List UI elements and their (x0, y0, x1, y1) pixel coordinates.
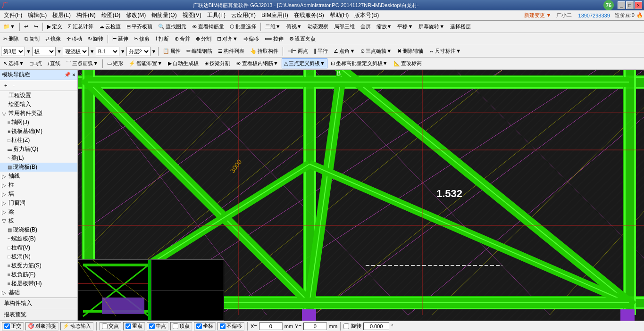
tree-drawing-input[interactable]: 绘图输入 (0, 100, 77, 109)
center-checkbox[interactable] (149, 323, 155, 329)
tb-move-btn[interactable]: ✛ 移动 (64, 34, 84, 44)
tb-edit-rebar-btn[interactable]: ✏ 编辑钢筋 (184, 46, 215, 56)
tree-gridline[interactable]: ▷ 轴线 (0, 172, 77, 181)
tree-foundation[interactable]: ■ 筏板基础(M) (0, 127, 77, 136)
canvas-area[interactable]: 3000 1.532 .690 .690 B A 1 1 2 (78, 70, 644, 321)
tree-shearwall[interactable]: ▬ 剪力墙(Q) (0, 145, 77, 154)
menu-version[interactable]: 版本号(B) (351, 10, 382, 20)
status-dynamic[interactable]: ⚡ 动态输入 (60, 322, 93, 331)
type-select[interactable]: 板 (32, 47, 56, 56)
sidebar-pin-icon[interactable]: 📌 (64, 72, 71, 78)
tb-file-btn[interactable]: 📁▼ (1, 22, 17, 31)
tb-select-btn[interactable]: ↖ 选择▼ (1, 58, 26, 68)
tree-board-gap[interactable]: □ 板洞(N) (0, 252, 77, 261)
tb-props-btn[interactable]: 📋 属性 (160, 46, 183, 56)
tb-redo-btn[interactable]: ↪ (32, 22, 41, 31)
tb-align-top-btn[interactable]: ⊟ 平齐板顶 (124, 22, 155, 32)
tb-batch-slope-btn[interactable]: ⊡ 坐标高批量定义斜板▼ (328, 58, 390, 68)
tb-fullscreen-btn[interactable]: 全屏 (358, 22, 373, 32)
tree-slab[interactable]: ▦ 现浇板(B) (0, 163, 77, 172)
sidebar-add-btn[interactable]: + (2, 81, 9, 90)
tb-top-view-btn[interactable]: 俯视▼ (284, 22, 304, 32)
rotate-checkbox[interactable] (343, 323, 349, 329)
tb-local-3d-btn[interactable]: 局部三维 (332, 22, 357, 32)
tree-pillar-cap[interactable]: □ 柱帽(V) (0, 243, 77, 252)
vertex-checkbox[interactable] (173, 323, 178, 329)
tb-copy-btn[interactable]: ⧉ 复制 (22, 34, 42, 44)
new-change-btn[interactable]: 新建变更 ▼ (524, 12, 552, 19)
tb-screen-rotate-btn[interactable]: 屏幕旋转▼ (416, 22, 447, 32)
name-select[interactable]: B-1 (96, 47, 119, 56)
status-intersection[interactable]: 交点 (100, 322, 121, 331)
rotate-input[interactable] (363, 323, 389, 330)
minimize-button[interactable]: _ (618, 1, 625, 9)
status-center[interactable]: 中点 (147, 322, 168, 331)
menu-view[interactable]: 视图(V) (180, 10, 204, 20)
tb-stretch-btn[interactable]: ⟺ 拉伸 (262, 34, 286, 44)
sidebar-remove-btn[interactable]: - (10, 81, 17, 90)
menu-edit[interactable]: 编辑(E) (25, 10, 50, 20)
tree-wall[interactable]: ▷ 墙 (0, 190, 77, 199)
tb-define-btn[interactable]: ▶ 定义 (45, 22, 65, 32)
tb-view-rebar-btn[interactable]: 👁 查看钢筋量 (190, 22, 226, 32)
tb-select-floor-btn[interactable]: 选择楼层 (448, 22, 473, 32)
menu-tools[interactable]: 工具(T) (204, 10, 228, 20)
tb-find-btn[interactable]: 🔍 查找图元 (156, 22, 189, 32)
tb-align-btn[interactable]: ⊟ 对齐▼ (215, 34, 240, 44)
tb-split-beam-btn[interactable]: ⊞ 按梁分割 (202, 58, 233, 68)
menu-floor[interactable]: 楼层(L) (50, 10, 74, 20)
material-select[interactable]: 现浇板 (63, 47, 89, 56)
tree-spiral-b[interactable]: ~ 螺旋板(B) (0, 234, 77, 243)
tb-calc-btn[interactable]: Σ 汇总计算 (66, 22, 96, 32)
tree-doorwindow[interactable]: ▷ 门窗洞 (0, 199, 77, 207)
report-preview-btn[interactable]: 报表预览 (0, 309, 77, 321)
sidebar-close-icon[interactable]: × (72, 72, 75, 78)
menu-modify[interactable]: 修改(M) (123, 10, 149, 20)
orthogonal-checkbox[interactable] (4, 323, 10, 329)
coord-checkbox[interactable] (196, 323, 202, 329)
tb-del-aux-btn[interactable]: ✖ 删除辅轴 (395, 46, 426, 56)
tb-dim-btn[interactable]: ↔ 尺寸标注▼ (427, 46, 463, 56)
status-no-offset[interactable]: 不偏移 (217, 322, 244, 331)
status-snap[interactable]: 🎯 对象捕捉 (25, 322, 59, 331)
menu-online[interactable]: 在线服务(S) (291, 10, 327, 20)
tb-three-axis-btn[interactable]: ⊙ 三点确轴▼ (358, 46, 394, 56)
tb-comp-list-btn[interactable]: ☰ 构件列表 (216, 46, 247, 56)
tree-beam[interactable]: ~ 梁(L) (0, 154, 77, 163)
tree-board-neg[interactable]: ≡ 板负筋(F) (0, 270, 77, 279)
maximize-button[interactable]: □ (626, 1, 634, 9)
tree-slab-b[interactable]: ▦ 现浇板(B) (0, 225, 77, 234)
tb-point-btn[interactable]: □ □点 (27, 58, 44, 68)
tb-pan-btn[interactable]: 平移▼ (395, 22, 415, 32)
tree-column[interactable]: □ 框柱(Z) (0, 136, 77, 145)
status-vertex[interactable]: 顶点 (170, 322, 192, 331)
tree-foundation2[interactable]: ▷ 基础 (0, 288, 77, 297)
tb-arc-btn[interactable]: ⌒ 三点画弧▼ (64, 58, 100, 68)
menu-draw[interactable]: 绘图(D) (99, 10, 124, 20)
menu-file[interactable]: 文件(F) (1, 10, 25, 20)
menu-cloud[interactable]: 云应用(Y) (228, 10, 259, 20)
menu-component[interactable]: 构件(N) (74, 10, 99, 20)
tb-trim-btn[interactable]: ✂ 修剪 (132, 34, 152, 44)
close-button[interactable]: × (635, 1, 642, 9)
y-input[interactable] (303, 323, 327, 330)
floor-select[interactable]: 第3层 (1, 47, 25, 56)
tb-batch-btn[interactable]: ⬡ 批量选择 (227, 22, 259, 32)
tb-cloud-check-btn[interactable]: ☁ 云检查 (97, 22, 123, 32)
tb-clamp-btn[interactable]: ⚙ 设置夹点 (287, 34, 318, 44)
tb-two-point-btn[interactable]: ⊣⊢ 两点 (285, 46, 310, 56)
tb-extend-btn[interactable]: ⊢ 延伸 (110, 34, 131, 44)
tree-axis[interactable]: ≡ 轴网(J) (0, 118, 77, 127)
x-input[interactable] (259, 323, 283, 330)
no-offset-checkbox[interactable] (220, 323, 226, 329)
tb-delete-btn[interactable]: ✂ 删除 (1, 34, 21, 44)
tb-undo-btn[interactable]: ↩ (22, 22, 31, 31)
tb-rotate-btn[interactable]: ↻ 旋转 (85, 34, 106, 44)
tree-board-stress[interactable]: ≡ 板受力筋(S) (0, 261, 77, 270)
tb-parallel-btn[interactable]: ∥ 平行 (311, 46, 330, 56)
menu-bim[interactable]: BIM应用(I) (259, 10, 291, 20)
tree-common-types[interactable]: ▽ 常用构件类型 (0, 109, 77, 118)
tree-floor-strip[interactable]: ≡ 楼层板带(H) (0, 279, 77, 288)
tb-view-slab-rebar-btn[interactable]: 👁 查看板内钢筋▼ (234, 58, 281, 68)
status-coord[interactable]: 坐标 (194, 322, 216, 331)
